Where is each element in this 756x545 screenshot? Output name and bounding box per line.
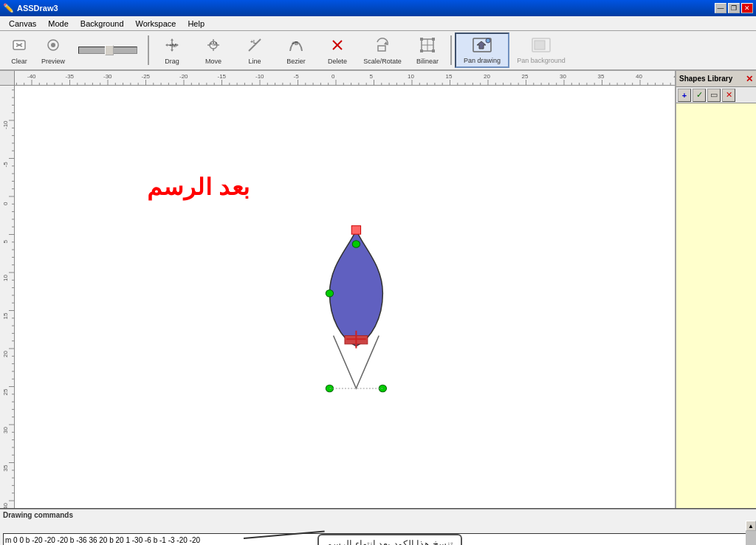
preview-label: Preview <box>41 58 65 65</box>
window-controls: — ❐ ✕ <box>715 3 753 13</box>
tool-line[interactable]: +L Line <box>235 32 275 68</box>
clear-label: Clear <box>11 58 27 65</box>
svg-text:+L: +L <box>250 39 256 44</box>
pan-background-label: Pan background <box>517 57 566 64</box>
tool-clear[interactable]: Clear <box>3 32 35 68</box>
svg-rect-24 <box>432 49 435 52</box>
tool-bilinear[interactable]: Bilinear <box>408 32 447 68</box>
command-scrollbar: ▲ ▼ <box>746 521 756 545</box>
svg-text:+M: +M <box>210 41 217 47</box>
tooltip-bubble: تنسخ هذا الكود بعد إنتهاء الرسم <box>317 534 462 545</box>
pan-background-icon <box>531 37 551 55</box>
command-label: Drawing commands <box>0 510 756 521</box>
menu-item-help[interactable]: Help <box>182 18 210 30</box>
restore-button[interactable]: ❐ <box>728 3 740 13</box>
title-bar: ✏️ ASSDraw3 — ❐ ✕ <box>0 0 756 16</box>
delete-label: Delete <box>328 58 347 65</box>
arabic-text: بعد الرسم <box>147 174 250 201</box>
menu-item-canvas[interactable]: Canvas <box>3 18 42 30</box>
toolbar: Clear Preview +M Drag <box>0 31 756 71</box>
scale-rotate-icon <box>374 36 391 56</box>
slider-thumb[interactable] <box>105 45 114 55</box>
drawing-canvas[interactable]: بعد الرسم <box>15 86 675 508</box>
minimize-button[interactable]: — <box>715 3 726 13</box>
menu-item-workspace[interactable]: Workspace <box>130 18 182 30</box>
scale-rotate-label: Scale/Rotate <box>363 58 402 65</box>
toolbar-separator-2 <box>450 35 452 65</box>
preview-icon <box>44 36 62 56</box>
command-area: Drawing commands تنسخ هذا الكود بعد إنته… <box>0 508 756 545</box>
move-icon: +M <box>205 36 222 56</box>
drag-label: Drag <box>165 58 179 65</box>
command-row: تنسخ هذا الكود بعد إنتهاء الرسم ▲ ▼ <box>0 521 756 545</box>
slider-track[interactable] <box>78 47 137 54</box>
tool-delete[interactable]: Delete <box>317 32 357 68</box>
horizontal-ruler <box>15 71 675 86</box>
shapes-add-button[interactable]: + <box>678 89 691 102</box>
scroll-up-button[interactable]: ▲ <box>746 521 756 531</box>
shapes-delete-button[interactable]: ✕ <box>722 89 735 102</box>
scroll-track <box>746 531 756 545</box>
ruler-left <box>0 86 15 508</box>
menu-bar: CanvasModeBackgroundWorkspaceHelp <box>0 16 756 31</box>
toolbar-separator-1 <box>148 35 149 65</box>
shapes-toolbar: + ✓ ▭ ✕ <box>676 87 756 103</box>
shapes-close-button[interactable]: ✕ <box>746 74 753 84</box>
tool-move[interactable]: +M Move <box>193 32 233 68</box>
shapes-content <box>676 103 756 508</box>
move-label: Move <box>205 58 221 65</box>
vertical-ruler <box>0 86 15 508</box>
bezier-icon: +B <box>287 36 305 56</box>
tooltip-text: تنسخ هذا الكود بعد إنتهاء الرسم <box>326 538 453 545</box>
main-area: بعد الرسم <box>0 71 756 508</box>
tool-pan-background[interactable]: Pan background <box>511 32 571 68</box>
menu-item-background[interactable]: Background <box>75 18 130 30</box>
shapes-header: Shapes Library ✕ <box>676 71 756 87</box>
svg-rect-22 <box>432 38 435 41</box>
tool-preview[interactable]: Preview <box>37 32 69 68</box>
line-icon: +L <box>246 36 264 56</box>
canvas-svg: بعد الرسم <box>15 86 675 508</box>
close-button[interactable]: ✕ <box>741 3 753 13</box>
title-bar-left: ✏️ ASSDraw3 <box>3 3 58 13</box>
bezier-label: Bezier <box>286 58 306 65</box>
app-icon: ✏️ <box>3 3 14 13</box>
tool-bezier[interactable]: +B Bezier <box>276 32 316 68</box>
tool-drag[interactable]: +M Drag <box>152 32 192 68</box>
drag-icon: +M <box>163 36 181 56</box>
tool-scale-rotate[interactable]: Scale/Rotate <box>359 32 406 68</box>
window-title: ASSDraw3 <box>17 4 58 13</box>
svg-point-26 <box>486 38 490 43</box>
shapes-check-button[interactable]: ✓ <box>693 89 706 102</box>
svg-rect-28 <box>535 41 545 49</box>
shapes-panel: Shapes Library ✕ + ✓ ▭ ✕ <box>675 71 756 508</box>
svg-rect-23 <box>420 49 423 52</box>
delete-icon <box>329 36 346 56</box>
ruler-corner <box>0 71 15 86</box>
ruler-top <box>15 71 675 86</box>
menu-item-mode[interactable]: Mode <box>42 18 75 30</box>
line-label: Line <box>248 58 261 65</box>
bilinear-label: Bilinear <box>416 58 439 65</box>
control-point-top <box>351 226 360 234</box>
svg-rect-17 <box>378 46 385 51</box>
pan-drawing-icon <box>472 37 492 55</box>
clear-icon <box>10 36 28 56</box>
control-point-upper <box>352 241 360 248</box>
shapes-title: Shapes Library <box>679 75 732 83</box>
control-point-mid-left <box>326 289 333 297</box>
zoom-slider[interactable] <box>71 32 145 68</box>
pan-drawing-label: Pan drawing <box>464 57 501 64</box>
svg-point-4 <box>51 43 55 47</box>
svg-rect-21 <box>420 38 423 41</box>
shapes-rect-button[interactable]: ▭ <box>707 89 721 102</box>
svg-text:+B: +B <box>292 41 298 46</box>
svg-text:+M: +M <box>169 43 176 48</box>
bilinear-icon <box>419 36 436 56</box>
canvas-container[interactable]: بعد الرسم <box>0 71 675 508</box>
tool-pan-drawing[interactable]: Pan drawing <box>455 32 509 68</box>
